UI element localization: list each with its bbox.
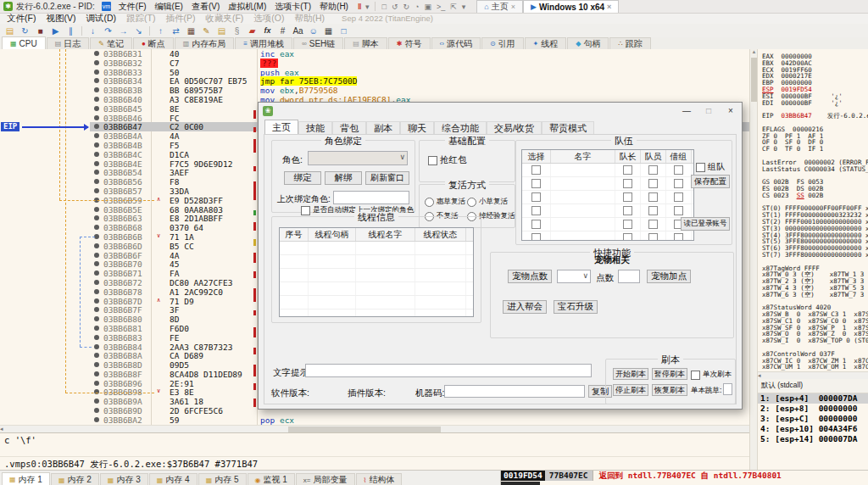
team-cell[interactable]	[522, 177, 551, 190]
disasm-row[interactable]: 03BB6B3BBB 689575B7mov ebx,B7759568	[0, 86, 749, 95]
dump-tab-内存 3[interactable]: ▦内存 3	[100, 473, 148, 485]
row-checkbox[interactable]	[648, 179, 658, 188]
breakpoint-dot[interactable]	[94, 344, 99, 349]
dump-tab-内存 2[interactable]: ▦内存 2	[51, 473, 99, 485]
breakpoint-dot[interactable]	[94, 307, 99, 312]
row-checkbox[interactable]	[674, 233, 683, 241]
row-checkbox[interactable]	[648, 233, 658, 241]
console-icon[interactable]: >_	[434, 3, 448, 11]
column-header[interactable]: 借组	[666, 150, 692, 163]
vm-menu-item[interactable]: 帮助(H)	[315, 2, 353, 11]
revive-option-2[interactable]: 小草复活	[467, 197, 508, 207]
row-checkbox[interactable]	[623, 179, 632, 188]
menu-item[interactable]: 视图(V)	[41, 13, 81, 25]
restart-icon[interactable]: ↻	[18, 25, 32, 37]
row-checkbox[interactable]	[674, 179, 683, 188]
row-checkbox[interactable]	[531, 165, 541, 175]
calculator-icon[interactable]: ▦	[321, 25, 336, 37]
breakpoint-dot[interactable]	[94, 326, 99, 331]
team-cell[interactable]	[615, 218, 641, 231]
breakpoint-dot[interactable]	[94, 289, 99, 294]
vm-tab-close-icon[interactable]: ×	[511, 3, 515, 11]
dump-tab-内存 1[interactable]: ▦内存 1	[2, 472, 50, 485]
breakpoint-dot[interactable]	[94, 335, 99, 340]
team-table-row[interactable]	[522, 177, 693, 191]
breakpoint-dot[interactable]	[94, 381, 99, 386]
breakpoint-dot[interactable]	[94, 78, 99, 83]
gem-upgrade-button[interactable]: 宝石升级	[554, 300, 598, 314]
role-combobox[interactable]: ∨	[308, 151, 408, 165]
pet-add-points-button[interactable]: 宠物加点	[647, 270, 691, 283]
fullscreen-dropdown-icon[interactable]: ▾	[459, 3, 469, 11]
breakpoint-dot[interactable]	[94, 270, 99, 276]
team-cell[interactable]	[615, 204, 641, 217]
tab-日志[interactable]: ▤日志	[47, 37, 90, 49]
snapshot-manager-icon[interactable]: ◔	[412, 3, 421, 11]
argument-row[interactable]: 1: [esp+4] 000007DA	[758, 393, 868, 404]
team-cell[interactable]	[615, 164, 641, 176]
row-checkbox[interactable]	[623, 233, 632, 241]
dialog-tab-综合功能[interactable]: 综合功能	[434, 121, 487, 134]
row-checkbox[interactable]	[648, 206, 658, 215]
team-cell[interactable]	[666, 191, 692, 203]
breakpoint-dot[interactable]	[94, 60, 99, 65]
unity-mode-icon[interactable]: ▣	[421, 3, 434, 11]
close-icon[interactable]: ■	[33, 25, 47, 37]
pet-points-button[interactable]: 宠物点数	[508, 270, 552, 283]
disasm-row[interactable]: 03BB6B3140inc eax	[0, 49, 749, 59]
breakpoint-dot[interactable]	[94, 215, 99, 220]
disasm-row[interactable]: 03BB6BA259pop ecx	[0, 415, 749, 425]
stack-pane[interactable]: 0019FD54 77B407EC 返回到 ntdll.77B407EC 自 n…	[500, 471, 868, 485]
tab-引用[interactable]: ⊙引用	[481, 37, 524, 49]
team-cell[interactable]	[615, 177, 641, 190]
team-table-row[interactable]	[522, 204, 693, 218]
breakpoint-dot[interactable]	[94, 408, 99, 413]
disasm-row[interactable]: 03BB6B3350push eax	[0, 68, 749, 77]
column-header[interactable]: 选择	[522, 150, 551, 163]
team-table-row[interactable]	[522, 164, 693, 177]
column-header[interactable]: 线程名字	[356, 228, 415, 241]
argument-row[interactable]: 2: [esp+8] 00000000	[758, 404, 868, 414]
tab-调用堆栈[interactable]: ≡调用堆栈	[235, 37, 292, 49]
team-cell[interactable]	[522, 231, 551, 241]
minimize-button[interactable]: —	[676, 103, 698, 120]
vm-menu-item[interactable]: 编辑(E)	[151, 2, 187, 11]
row-checkbox[interactable]	[623, 206, 632, 215]
step-into-icon[interactable]: ↓	[86, 25, 100, 37]
team-cell[interactable]	[641, 218, 666, 231]
thread-table-row[interactable]	[280, 296, 473, 309]
breakpoints-icon[interactable]: #	[275, 25, 290, 37]
row-checkbox[interactable]	[648, 220, 658, 229]
vm-tab-close-icon[interactable]: ×	[607, 3, 611, 11]
breakpoint-dot[interactable]	[94, 51, 99, 56]
breakpoint-dot[interactable]	[94, 133, 99, 138]
breakpoint-dot[interactable]	[94, 253, 99, 258]
tab-符号[interactable]: ✱符号	[388, 37, 431, 49]
team-cell[interactable]	[641, 204, 666, 217]
open-file-icon[interactable]: ▤	[3, 25, 17, 37]
team-cell[interactable]	[666, 204, 692, 217]
breakpoint-dot[interactable]	[94, 399, 99, 404]
column-header[interactable]: 队长	[615, 150, 641, 163]
registers-pane[interactable]: EAX 00000000EBX 042D00ACECX 0019FF60EDX …	[757, 49, 868, 470]
thread-table-row[interactable]	[280, 255, 473, 269]
functions-icon[interactable]: fx	[260, 25, 275, 37]
dialog-tab-聊天[interactable]: 聊天	[400, 121, 434, 134]
text-tip-input[interactable]	[305, 364, 592, 377]
breakpoint-dot[interactable]	[94, 87, 99, 92]
dialog-titlebar[interactable]: ❀ — □ ×	[259, 103, 742, 120]
row-checkbox[interactable]	[623, 165, 632, 175]
vm-menu-item[interactable]: 选项卡(T)	[270, 2, 315, 11]
thread-table-row[interactable]	[280, 242, 473, 255]
breakpoint-dot[interactable]	[94, 353, 99, 358]
auto-bind-checkbox[interactable]: 是否自动绑定上一次绑定的角色	[301, 205, 414, 215]
dialog-tab-副本[interactable]: 副本	[366, 121, 400, 134]
breakpoint-dot[interactable]	[94, 371, 99, 376]
memory-map-icon[interactable]: ▦	[184, 25, 198, 37]
breakpoint-dot[interactable]	[94, 188, 99, 193]
close-button[interactable]: ×	[720, 103, 742, 120]
column-header[interactable]: 序号	[280, 228, 309, 241]
fullscreen-icon[interactable]: ⇱	[448, 3, 459, 11]
vm-menu-item[interactable]: 虚拟机(M)	[224, 2, 270, 11]
team-cell[interactable]	[641, 191, 666, 203]
